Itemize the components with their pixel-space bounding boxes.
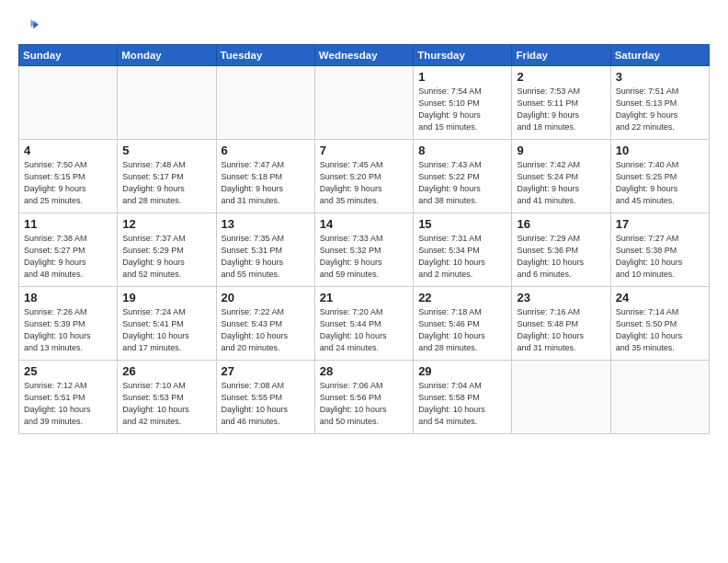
header-day: Monday [118, 45, 216, 66]
day-detail: Sunrise: 7:24 AM Sunset: 5:41 PM Dayligh… [122, 306, 210, 354]
day-detail: Sunrise: 7:35 AM Sunset: 5:31 PM Dayligh… [222, 233, 310, 281]
calendar-cell: 24Sunrise: 7:14 AM Sunset: 5:50 PM Dayli… [610, 287, 709, 361]
calendar-cell: 4Sunrise: 7:50 AM Sunset: 5:15 PM Daylig… [19, 140, 118, 213]
day-detail: Sunrise: 7:06 AM Sunset: 5:56 PM Dayligh… [320, 380, 408, 428]
day-detail: Sunrise: 7:42 AM Sunset: 5:24 PM Dayligh… [517, 159, 605, 207]
calendar-cell: 25Sunrise: 7:12 AM Sunset: 5:51 PM Dayli… [19, 361, 118, 434]
calendar-cell: 11Sunrise: 7:38 AM Sunset: 5:27 PM Dayli… [19, 213, 118, 287]
calendar-week-row: 1Sunrise: 7:54 AM Sunset: 5:10 PM Daylig… [19, 66, 710, 140]
day-detail: Sunrise: 7:20 AM Sunset: 5:44 PM Dayligh… [320, 306, 408, 354]
day-detail: Sunrise: 7:27 AM Sunset: 5:38 PM Dayligh… [616, 233, 704, 281]
calendar-cell [118, 66, 216, 140]
logo [18, 17, 42, 37]
day-detail: Sunrise: 7:40 AM Sunset: 5:25 PM Dayligh… [616, 159, 704, 207]
calendar-cell: 8Sunrise: 7:43 AM Sunset: 5:22 PM Daylig… [414, 140, 512, 213]
day-detail: Sunrise: 7:45 AM Sunset: 5:20 PM Dayligh… [320, 159, 408, 207]
calendar-cell: 2Sunrise: 7:53 AM Sunset: 5:11 PM Daylig… [512, 66, 610, 140]
day-detail: Sunrise: 7:53 AM Sunset: 5:11 PM Dayligh… [517, 86, 605, 133]
calendar-cell: 28Sunrise: 7:06 AM Sunset: 5:56 PM Dayli… [314, 361, 413, 434]
calendar-week-row: 18Sunrise: 7:26 AM Sunset: 5:39 PM Dayli… [19, 287, 710, 361]
page: SundayMondayTuesdayWednesdayThursdayFrid… [0, 0, 728, 563]
calendar-cell: 12Sunrise: 7:37 AM Sunset: 5:29 PM Dayli… [118, 213, 216, 287]
day-detail: Sunrise: 7:08 AM Sunset: 5:55 PM Dayligh… [222, 380, 310, 428]
day-number: 29 [418, 364, 506, 378]
day-number: 10 [616, 144, 704, 157]
day-number: 14 [320, 217, 408, 231]
header-day: Wednesday [314, 45, 413, 66]
day-detail: Sunrise: 7:50 AM Sunset: 5:15 PM Dayligh… [24, 159, 112, 207]
day-number: 7 [320, 144, 408, 157]
calendar-cell: 17Sunrise: 7:27 AM Sunset: 5:38 PM Dayli… [610, 213, 709, 287]
calendar-cell: 29Sunrise: 7:04 AM Sunset: 5:58 PM Dayli… [414, 361, 512, 434]
calendar-cell [512, 361, 610, 434]
calendar-cell: 20Sunrise: 7:22 AM Sunset: 5:43 PM Dayli… [216, 287, 314, 361]
day-number: 25 [24, 364, 112, 378]
day-number: 22 [418, 291, 506, 304]
day-detail: Sunrise: 7:22 AM Sunset: 5:43 PM Dayligh… [222, 306, 310, 354]
day-detail: Sunrise: 7:31 AM Sunset: 5:34 PM Dayligh… [418, 233, 506, 281]
day-detail: Sunrise: 7:54 AM Sunset: 5:10 PM Dayligh… [418, 86, 506, 133]
calendar-cell: 10Sunrise: 7:40 AM Sunset: 5:25 PM Dayli… [610, 140, 709, 213]
day-detail: Sunrise: 7:16 AM Sunset: 5:48 PM Dayligh… [517, 306, 605, 354]
day-number: 23 [517, 291, 605, 304]
day-number: 16 [517, 217, 605, 231]
day-number: 11 [24, 217, 112, 231]
day-number: 5 [122, 144, 210, 157]
logo-icon [18, 17, 39, 37]
calendar-cell: 3Sunrise: 7:51 AM Sunset: 5:13 PM Daylig… [610, 66, 709, 140]
calendar-week-row: 4Sunrise: 7:50 AM Sunset: 5:15 PM Daylig… [19, 140, 710, 213]
calendar-cell: 22Sunrise: 7:18 AM Sunset: 5:46 PM Dayli… [414, 287, 512, 361]
day-number: 4 [24, 144, 112, 157]
calendar-cell: 9Sunrise: 7:42 AM Sunset: 5:24 PM Daylig… [512, 140, 610, 213]
day-detail: Sunrise: 7:48 AM Sunset: 5:17 PM Dayligh… [122, 159, 210, 207]
day-detail: Sunrise: 7:51 AM Sunset: 5:13 PM Dayligh… [616, 86, 704, 133]
day-number: 18 [24, 291, 112, 304]
day-detail: Sunrise: 7:26 AM Sunset: 5:39 PM Dayligh… [24, 306, 112, 354]
calendar-cell: 14Sunrise: 7:33 AM Sunset: 5:32 PM Dayli… [314, 213, 413, 287]
day-number: 12 [122, 217, 210, 231]
day-number: 6 [222, 144, 310, 157]
calendar-cell: 15Sunrise: 7:31 AM Sunset: 5:34 PM Dayli… [414, 213, 512, 287]
header-day: Friday [512, 45, 610, 66]
calendar-week-row: 25Sunrise: 7:12 AM Sunset: 5:51 PM Dayli… [19, 361, 710, 434]
calendar-cell: 5Sunrise: 7:48 AM Sunset: 5:17 PM Daylig… [118, 140, 216, 213]
calendar-body: 1Sunrise: 7:54 AM Sunset: 5:10 PM Daylig… [19, 66, 710, 434]
day-detail: Sunrise: 7:29 AM Sunset: 5:36 PM Dayligh… [517, 233, 605, 281]
header-day: Sunday [19, 45, 118, 66]
header-day: Tuesday [216, 45, 314, 66]
day-number: 15 [418, 217, 506, 231]
calendar-cell [19, 66, 118, 140]
calendar-cell: 13Sunrise: 7:35 AM Sunset: 5:31 PM Dayli… [216, 213, 314, 287]
day-number: 8 [418, 144, 506, 157]
calendar-cell: 23Sunrise: 7:16 AM Sunset: 5:48 PM Dayli… [512, 287, 610, 361]
calendar-cell [216, 66, 314, 140]
calendar-cell: 21Sunrise: 7:20 AM Sunset: 5:44 PM Dayli… [314, 287, 413, 361]
calendar-cell: 7Sunrise: 7:45 AM Sunset: 5:20 PM Daylig… [314, 140, 413, 213]
day-number: 27 [222, 364, 310, 378]
calendar-header: SundayMondayTuesdayWednesdayThursdayFrid… [19, 45, 710, 66]
day-number: 20 [222, 291, 310, 304]
day-detail: Sunrise: 7:38 AM Sunset: 5:27 PM Dayligh… [24, 233, 112, 281]
day-detail: Sunrise: 7:18 AM Sunset: 5:46 PM Dayligh… [418, 306, 506, 354]
day-detail: Sunrise: 7:12 AM Sunset: 5:51 PM Dayligh… [24, 380, 112, 428]
day-number: 21 [320, 291, 408, 304]
day-number: 19 [122, 291, 210, 304]
calendar-week-row: 11Sunrise: 7:38 AM Sunset: 5:27 PM Dayli… [19, 213, 710, 287]
header-day: Thursday [414, 45, 512, 66]
calendar-cell [610, 361, 709, 434]
day-number: 28 [320, 364, 408, 378]
calendar-cell: 1Sunrise: 7:54 AM Sunset: 5:10 PM Daylig… [414, 66, 512, 140]
calendar-cell: 6Sunrise: 7:47 AM Sunset: 5:18 PM Daylig… [216, 140, 314, 213]
day-detail: Sunrise: 7:33 AM Sunset: 5:32 PM Dayligh… [320, 233, 408, 281]
day-detail: Sunrise: 7:14 AM Sunset: 5:50 PM Dayligh… [616, 306, 704, 354]
day-number: 2 [517, 70, 605, 84]
calendar-cell: 16Sunrise: 7:29 AM Sunset: 5:36 PM Dayli… [512, 213, 610, 287]
day-detail: Sunrise: 7:10 AM Sunset: 5:53 PM Dayligh… [122, 380, 210, 428]
day-detail: Sunrise: 7:43 AM Sunset: 5:22 PM Dayligh… [418, 159, 506, 207]
day-number: 9 [517, 144, 605, 157]
calendar-cell [314, 66, 413, 140]
calendar-cell: 26Sunrise: 7:10 AM Sunset: 5:53 PM Dayli… [118, 361, 216, 434]
calendar-cell: 18Sunrise: 7:26 AM Sunset: 5:39 PM Dayli… [19, 287, 118, 361]
calendar-table: SundayMondayTuesdayWednesdayThursdayFrid… [18, 44, 710, 434]
day-number: 1 [418, 70, 506, 84]
